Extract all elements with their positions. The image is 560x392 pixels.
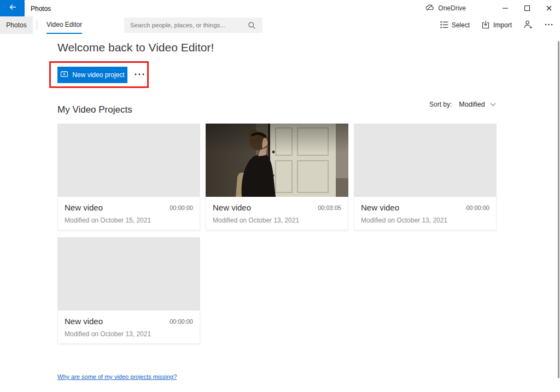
app-title: Photos: [31, 5, 51, 13]
new-video-project-icon: [60, 70, 68, 80]
project-more-options-button[interactable]: [131, 67, 147, 83]
maximize-icon: [523, 4, 532, 13]
search-icon: [248, 21, 262, 30]
project-card[interactable]: New video 00:00:00 Modified on October 1…: [354, 124, 497, 230]
section-heading: My Video Projects: [57, 104, 132, 115]
vertical-scrollbar[interactable]: [558, 41, 559, 378]
minimize-icon: [501, 4, 510, 13]
project-info: New video 00:03:05 Modified on October 1…: [206, 197, 348, 230]
project-info: New video 00:00:00 Modified on October 1…: [354, 197, 497, 230]
sort-value: Modified: [459, 101, 485, 108]
select-icon: [440, 20, 448, 31]
import-button[interactable]: Import: [481, 20, 512, 31]
project-thumbnail-placeholder: [57, 124, 200, 197]
project-card[interactable]: New video 00:00:00 Modified on October 1…: [57, 124, 200, 230]
chevron-down-icon: [490, 101, 496, 108]
search-box[interactable]: [124, 17, 262, 33]
window-controls: [494, 0, 560, 16]
import-icon: [481, 20, 490, 31]
projects-grid: New video 00:00:00 Modified on October 1…: [57, 124, 497, 344]
project-card[interactable]: New video 00:00:00 Modified on October 1…: [57, 237, 200, 344]
sort-control: Sort by: Modified: [429, 101, 496, 108]
missing-projects-link[interactable]: Why are some of my video projects missin…: [57, 373, 177, 380]
more-ellipsis-icon: [544, 20, 553, 31]
command-actions: Select Import: [440, 16, 553, 34]
search-input[interactable]: [124, 17, 248, 33]
project-info: New video 00:00:00 Modified on October 1…: [57, 197, 200, 230]
tab-video-editor[interactable]: Video Editor: [46, 16, 82, 34]
welcome-heading: Welcome back to Video Editor!: [57, 41, 214, 54]
project-modified-date: Modified on October 13, 2021: [65, 330, 151, 338]
close-button[interactable]: [538, 0, 560, 16]
tab-photos-label: Photos: [6, 21, 26, 29]
onedrive-status[interactable]: OneDrive: [425, 0, 466, 16]
project-thumbnail-placeholder: [354, 124, 497, 197]
see-more-button[interactable]: [544, 20, 553, 31]
project-thumbnail-placeholder: [57, 237, 200, 311]
close-icon: [545, 4, 553, 13]
sort-label: Sort by:: [429, 101, 452, 108]
project-duration: 00:03:05: [318, 204, 341, 211]
project-modified-date: Modified on October 13, 2021: [213, 217, 299, 224]
tab-photos[interactable]: Photos: [0, 16, 33, 34]
maximize-button[interactable]: [516, 0, 538, 16]
back-button[interactable]: [0, 0, 25, 16]
project-thumbnail-image: [206, 124, 348, 197]
new-video-project-label: New video project: [72, 71, 124, 79]
onedrive-cloud-slash-icon: [425, 3, 434, 13]
project-title: New video: [65, 317, 103, 326]
project-card[interactable]: New video 00:03:05 Modified on October 1…: [206, 124, 348, 230]
account-button[interactable]: [523, 20, 533, 31]
project-info: New video 00:00:00 Modified on October 1…: [57, 311, 200, 344]
project-duration: 00:00:00: [170, 204, 193, 211]
person-add-icon: [523, 20, 533, 31]
ellipsis-icon: [134, 71, 145, 80]
project-title: New video: [361, 203, 399, 212]
import-label: Import: [493, 21, 512, 29]
new-video-project-button[interactable]: New video project: [57, 67, 127, 83]
project-title: New video: [65, 203, 103, 212]
select-button[interactable]: Select: [440, 20, 470, 31]
select-label: Select: [452, 21, 470, 29]
onedrive-label: OneDrive: [438, 4, 466, 12]
sort-dropdown[interactable]: Modified: [459, 101, 495, 108]
project-title: New video: [213, 203, 251, 212]
project-modified-date: Modified on October 15, 2021: [65, 217, 151, 224]
tab-video-editor-label: Video Editor: [46, 21, 82, 28]
video-frame-woman-by-door: [206, 124, 348, 197]
project-duration: 00:00:00: [466, 204, 489, 211]
project-modified-date: Modified on October 13, 2021: [361, 217, 447, 224]
back-arrow-icon: [8, 3, 17, 14]
minimize-button[interactable]: [494, 0, 516, 16]
tab-separator: [37, 20, 37, 30]
project-duration: 00:00:00: [170, 318, 193, 325]
